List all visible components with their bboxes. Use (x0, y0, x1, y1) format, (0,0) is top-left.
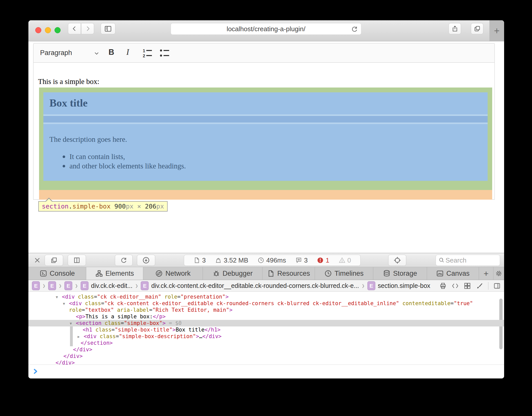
address-bar[interactable]: localhost/creating-a-plugin/ (171, 23, 361, 35)
list-item[interactable]: and other block elements like headings. (63, 161, 186, 171)
dom-tree-row[interactable]: </div> (28, 353, 504, 359)
bulleted-list-button[interactable] (159, 48, 170, 58)
devtools-tab-strip: ConsoleElementsNetworkDebuggerResourcesT… (28, 267, 479, 280)
tab-timelines[interactable]: Timelines (315, 267, 373, 280)
tab-storage[interactable]: Storage (373, 267, 427, 280)
dom-tree-row[interactable]: ▼<div class="ck ck-content ck-editor__ed… (28, 300, 504, 307)
errors-stat: 1 (317, 256, 329, 264)
load-time-stat: 496ms (258, 256, 286, 264)
disclosure-closed-icon[interactable]: ▶ (78, 333, 80, 340)
dom-tree-row-selected[interactable]: ▼<section class="simple-box"> = $0 (28, 320, 504, 326)
show-all-tabs-button[interactable] (471, 23, 483, 34)
screenshot-stage: localhost/creating-a-plugin/ + (0, 0, 532, 416)
tab-resources[interactable]: Resources (262, 267, 315, 280)
resource-stats-bar[interactable]: 3 3.52 MB 496ms 3 (184, 255, 361, 266)
tab-network[interactable]: Network (143, 267, 203, 280)
tab-elements[interactable]: Elements (86, 267, 143, 280)
dom-tree-row[interactable]: ▼<div class="ck ck-editor__main" role="p… (28, 293, 504, 300)
share-button[interactable] (449, 23, 461, 34)
tab-label: Debugger (223, 270, 253, 278)
dom-node-code: <section class="simple-box"> = $0 (76, 320, 182, 326)
tab-label: Storage (393, 270, 417, 278)
italic-button[interactable]: I (126, 47, 129, 57)
dom-node-code: </div> (56, 359, 75, 365)
source-code-icon[interactable] (452, 282, 459, 289)
inspector-reload-button[interactable] (115, 255, 133, 266)
disclosure-open-icon[interactable]: ▼ (56, 294, 58, 300)
chevron-down-icon[interactable] (93, 50, 100, 57)
dom-tree-row[interactable]: ▶<div class="simple-box-description">…</… (28, 333, 504, 340)
reload-icon[interactable] (351, 26, 358, 33)
dom-tree-row[interactable]: </div> (28, 359, 504, 365)
canvas-icon (436, 270, 444, 277)
dom-node-code: <p>This is a simple box:</p> (76, 313, 166, 320)
breadcrumb-separator-icon: › (135, 280, 138, 291)
web-page: Paragraph B I 1 2 (28, 41, 504, 253)
breadcrumb-item[interactable]: E (64, 281, 72, 290)
console-icon (40, 270, 47, 277)
breadcrumb-label: section.simple-box (378, 282, 430, 289)
box-description[interactable]: The description goes here. (49, 135, 127, 144)
paragraph-dropdown[interactable]: Paragraph (40, 49, 72, 57)
details-sidebar-icon[interactable] (493, 282, 501, 289)
zoom-window-button[interactable] (55, 27, 61, 33)
minimize-window-button[interactable] (45, 27, 51, 33)
list-item[interactable]: It can contain lists, (63, 152, 186, 161)
dom-tree-row[interactable]: <h1 class="simple-box-title">Box title</… (28, 326, 504, 333)
numbered-list-button[interactable]: 1 2 (142, 48, 153, 58)
gear-icon (495, 270, 502, 277)
console-prompt-row[interactable] (28, 365, 504, 378)
tab-canvas[interactable]: Canvas (427, 267, 479, 280)
plus-icon: + (484, 269, 489, 279)
print-styles-icon[interactable] (439, 282, 447, 289)
element-badge: E (367, 281, 375, 290)
breadcrumb-item[interactable]: Esection.simple-box (367, 281, 430, 290)
new-tab-button[interactable]: + (489, 20, 504, 41)
editor-toolbar: Paragraph B I 1 2 (33, 43, 495, 63)
breadcrumb-item[interactable]: E (32, 281, 40, 290)
dom-tree-row[interactable]: </div> (28, 346, 504, 353)
tab-console[interactable]: Console (28, 267, 86, 280)
back-button[interactable] (68, 23, 81, 34)
element-picker-button[interactable] (388, 255, 406, 266)
svg-text:2: 2 (143, 54, 145, 58)
close-inspector-button[interactable] (34, 257, 41, 264)
element-badge: E (81, 281, 88, 290)
elements-icon (95, 270, 103, 277)
disclosure-open-icon[interactable]: ▼ (70, 320, 72, 327)
inspector-settings-button[interactable] (493, 267, 504, 280)
breadcrumb-item[interactable]: Ediv.ck.ck-edit... (81, 281, 132, 290)
error-icon (317, 257, 324, 264)
editor-paragraph[interactable]: This is a simple box: (38, 77, 99, 86)
close-window-button[interactable] (35, 27, 41, 33)
bullet-marker (63, 165, 65, 167)
crosshair-icon (394, 256, 401, 264)
tab-debugger[interactable]: Debugger (203, 267, 262, 280)
inspector-search[interactable] (436, 255, 500, 266)
dom-tree-row[interactable]: role="textbox" aria-label="Rich Text Edi… (28, 307, 504, 313)
search-input[interactable] (445, 256, 497, 265)
new-tab-panel-button[interactable]: + (479, 267, 493, 280)
console-prompt-icon (32, 368, 39, 375)
dom-tree-row[interactable]: </section> (28, 340, 504, 346)
styles-brush-icon[interactable] (476, 282, 483, 289)
breadcrumb-label: div.ck.ck-content.ck-editor__editable.ck… (151, 282, 359, 289)
detach-inspector-button[interactable] (45, 255, 63, 266)
box-bullet-list[interactable]: It can contain lists,and other block ele… (63, 152, 186, 171)
dom-node-code: role="textbox" aria-label="Rich Text Edi… (69, 307, 233, 313)
sidebar-toggle-button[interactable] (101, 23, 115, 34)
tab-label: Console (50, 270, 75, 278)
breadcrumb-item[interactable]: E (48, 281, 56, 290)
box-title[interactable]: Box title (49, 97, 87, 109)
dock-side-button[interactable] (68, 255, 86, 266)
download-button[interactable] (137, 255, 155, 266)
bold-button[interactable]: B (109, 48, 114, 57)
content-highlight-margin-band (43, 116, 488, 123)
dom-tree-row[interactable]: <p>This is a simple box:</p> (28, 313, 504, 320)
content-highlight-title (43, 92, 488, 114)
breadcrumb-item[interactable]: Ediv.ck.ck-content.ck-editor__editable.c… (141, 281, 359, 290)
grid-overlay-icon[interactable] (464, 282, 471, 289)
disclosure-open-icon[interactable]: ▼ (63, 300, 65, 307)
forward-button[interactable] (81, 23, 94, 34)
element-badge: E (32, 281, 40, 290)
